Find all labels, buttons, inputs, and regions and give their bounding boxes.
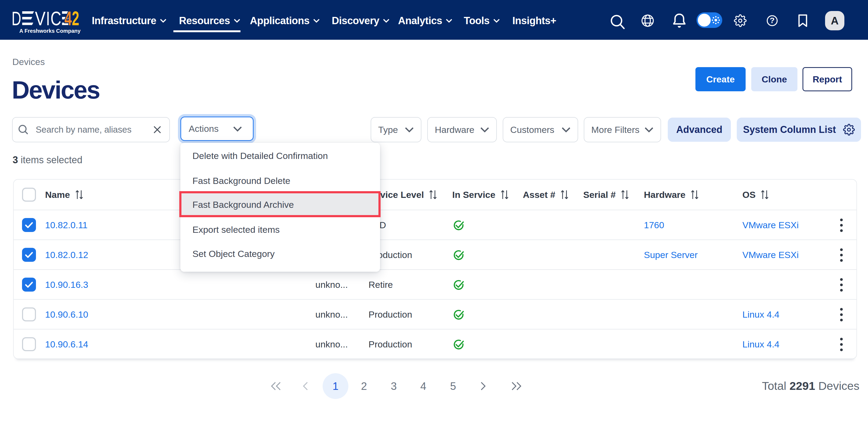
svg-text:D: D	[12, 11, 21, 26]
svg-text:?: ?	[770, 16, 775, 25]
svg-text:I: I	[46, 11, 50, 26]
svg-text:V: V	[35, 11, 45, 26]
svg-text:C: C	[51, 11, 61, 26]
svg-text:4: 4	[64, 11, 72, 26]
svg-text:2: 2	[72, 11, 79, 26]
